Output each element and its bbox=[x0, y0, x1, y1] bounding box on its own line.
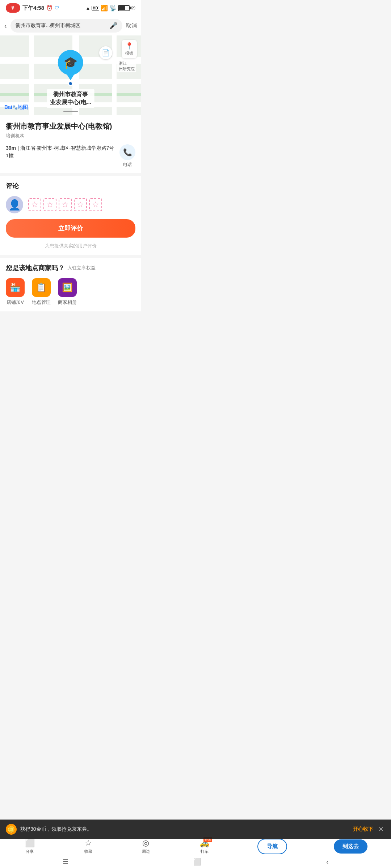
merchant-item-shop[interactable]: 🏪 店铺加V bbox=[6, 278, 25, 306]
mic-button[interactable]: 🎙 bbox=[6, 3, 20, 13]
merchant-subtitle: 入驻立享权益 bbox=[67, 265, 96, 271]
bars-icon: 📶 bbox=[101, 5, 108, 12]
address-text: 39m | 浙江省-衢州市-柯城区-智慧新城学府路7号1幢 bbox=[6, 144, 115, 159]
album-icon: 🖼️ bbox=[62, 282, 73, 293]
rating-section: 评论 👤 ☆ ☆ ☆ ☆ ☆ 立即评价 为您提供真实的用户评价 bbox=[0, 176, 141, 255]
status-bar: 🎙 下午4:58 ⏰ 🛡 ▲ HD 📶 📡 69 bbox=[0, 0, 141, 16]
secondary-label: 浙江州研究院 bbox=[117, 60, 136, 72]
phone-icon: 📞 bbox=[123, 148, 132, 157]
mic-icon: 🎙 bbox=[10, 5, 16, 11]
battery-indicator bbox=[118, 5, 130, 11]
alarm-icon: ⏰ bbox=[46, 5, 52, 11]
manage-icon: 📋 bbox=[36, 282, 47, 293]
merchant-item-manage[interactable]: 📋 地点管理 bbox=[32, 278, 51, 306]
report-error-button[interactable]: 📍 报错 bbox=[122, 40, 137, 58]
place-type: 培训机构 bbox=[6, 133, 135, 139]
avatar-icon: 👤 bbox=[8, 199, 21, 211]
search-bar: ‹ 衢州市教育事...衢州市柯城区 🎤 取消 bbox=[0, 16, 141, 35]
user-avatar: 👤 bbox=[6, 196, 23, 213]
manage-icon-circle: 📋 bbox=[32, 278, 51, 297]
time-display: 下午4:58 bbox=[22, 5, 44, 12]
phone-circle: 📞 bbox=[119, 144, 135, 160]
baidu-logo: Bai🐾地图 bbox=[4, 104, 28, 111]
stars-row[interactable]: ☆ ☆ ☆ ☆ ☆ bbox=[28, 198, 102, 211]
star-2[interactable]: ☆ bbox=[43, 198, 56, 211]
rating-title: 评论 bbox=[6, 182, 135, 190]
album-icon-circle: 🖼️ bbox=[58, 278, 77, 297]
merchant-icons-row: 🏪 店铺加V 📋 地点管理 🖼️ 商家相册 bbox=[6, 278, 135, 306]
report-label: 报错 bbox=[125, 51, 133, 56]
map-marker: 🎓 衢州市教育事业发展中心(电... bbox=[47, 50, 94, 108]
status-right: ▲ HD 📶 📡 69 bbox=[85, 5, 135, 12]
rate-button[interactable]: 立即评价 bbox=[6, 219, 135, 238]
rating-hint: 为您提供真实的用户评价 bbox=[6, 243, 135, 249]
swipe-handle bbox=[63, 111, 78, 112]
star-1[interactable]: ☆ bbox=[28, 198, 41, 211]
secondary-marker: 📄 bbox=[99, 46, 112, 59]
cancel-button[interactable]: 取消 bbox=[126, 22, 137, 29]
star-5[interactable]: ☆ bbox=[89, 198, 102, 211]
map-background: 📄 浙江州研究院 🎓 衢州市教育事业发展中心(电... Bai🐾地图 📍 报错 bbox=[0, 35, 141, 115]
graduation-icon: 🎓 bbox=[63, 56, 78, 69]
rating-row: 👤 ☆ ☆ ☆ ☆ ☆ bbox=[6, 196, 135, 213]
marker-bubble: 🎓 bbox=[58, 50, 83, 75]
road-v1 bbox=[29, 35, 34, 115]
wifi-icon: 📡 bbox=[109, 5, 117, 12]
map-area[interactable]: 📄 浙江州研究院 🎓 衢州市教育事业发展中心(电... Bai🐾地图 📍 报错 bbox=[0, 35, 141, 115]
status-left: 🎙 下午4:58 ⏰ 🛡 bbox=[6, 3, 59, 13]
search-query-text: 衢州市教育事...衢州市柯城区 bbox=[16, 22, 81, 29]
place-info-card: 衢州市教育事业发展中心(电教馆) 培训机构 39m | 浙江省-衢州市-柯城区-… bbox=[0, 115, 141, 173]
merchant-section: 您是该地点商家吗？ 入驻立享权益 🏪 店铺加V 📋 地点管理 🖼️ 商家相册 bbox=[0, 258, 141, 311]
search-mic-icon[interactable]: 🎤 bbox=[109, 22, 117, 30]
manage-label: 地点管理 bbox=[32, 299, 51, 306]
address-info: 39m | 浙江省-衢州市-柯城区-智慧新城学府路7号1幢 bbox=[6, 144, 115, 159]
marker-dot bbox=[68, 81, 73, 86]
bottom-spacer bbox=[0, 311, 141, 355]
phone-button[interactable]: 📞 电话 bbox=[119, 144, 135, 168]
signal-icon: ▲ bbox=[85, 5, 90, 11]
hd-badge: HD bbox=[92, 6, 99, 10]
report-icon: 📍 bbox=[125, 42, 133, 50]
back-button[interactable]: ‹ bbox=[4, 22, 7, 30]
map-place-label: 衢州市教育事业发展中心(电... bbox=[47, 89, 94, 108]
shop-label: 店铺加V bbox=[7, 299, 24, 306]
road-v3 bbox=[112, 35, 117, 115]
place-address-row: 39m | 浙江省-衢州市-柯城区-智慧新城学府路7号1幢 📞 电话 bbox=[6, 144, 135, 168]
star-3[interactable]: ☆ bbox=[59, 198, 72, 211]
place-name: 衢州市教育事业发展中心(电教馆) bbox=[6, 122, 135, 131]
battery-text: 69 bbox=[131, 6, 135, 10]
merchant-item-album[interactable]: 🖼️ 商家相册 bbox=[58, 278, 77, 306]
phone-label: 电话 bbox=[123, 162, 132, 168]
gps-icon: 🛡 bbox=[55, 5, 59, 10]
star-4[interactable]: ☆ bbox=[74, 198, 87, 211]
search-input-wrap[interactable]: 衢州市教育事...衢州市柯城区 🎤 bbox=[10, 19, 122, 33]
merchant-title: 您是该地点商家吗？ bbox=[6, 264, 64, 272]
shop-icon: 🏪 bbox=[10, 282, 21, 293]
shop-icon-circle: 🏪 bbox=[6, 278, 25, 297]
album-label: 商家相册 bbox=[58, 299, 77, 306]
merchant-title-row: 您是该地点商家吗？ 入驻立享权益 bbox=[6, 264, 135, 272]
